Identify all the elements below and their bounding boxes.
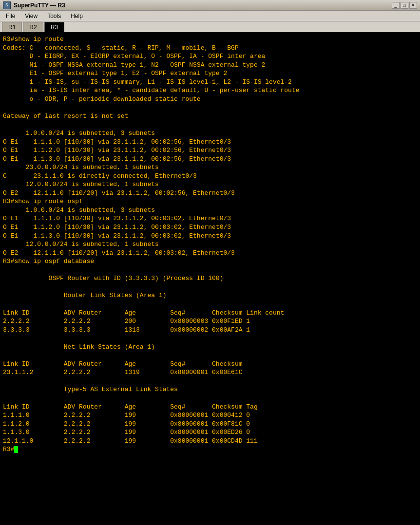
- menu-bar: File View Tools Help: [0, 11, 420, 21]
- minimize-button[interactable]: _: [392, 2, 400, 9]
- menu-file[interactable]: File: [2, 12, 19, 20]
- maximize-button[interactable]: □: [401, 2, 408, 9]
- terminal[interactable]: R3#show ip route Codes: C - connected, S…: [0, 33, 420, 525]
- app-icon: S: [3, 1, 11, 9]
- menu-tools[interactable]: Tools: [43, 12, 65, 20]
- close-button[interactable]: ✕: [409, 2, 417, 9]
- tab-r3[interactable]: R3: [44, 22, 64, 32]
- tab-bar: R1 R2 R3: [0, 21, 420, 33]
- title-buttons: _ □ ✕: [392, 2, 417, 9]
- terminal-cursor: [14, 446, 18, 453]
- menu-help[interactable]: Help: [67, 12, 87, 20]
- menu-view[interactable]: View: [21, 12, 41, 20]
- tab-r1[interactable]: R1: [2, 22, 22, 32]
- title-bar: S SuperPuTTY — R3 _ □ ✕: [0, 0, 420, 11]
- window-title: SuperPuTTY — R3: [14, 2, 65, 9]
- tab-r2[interactable]: R2: [23, 22, 43, 32]
